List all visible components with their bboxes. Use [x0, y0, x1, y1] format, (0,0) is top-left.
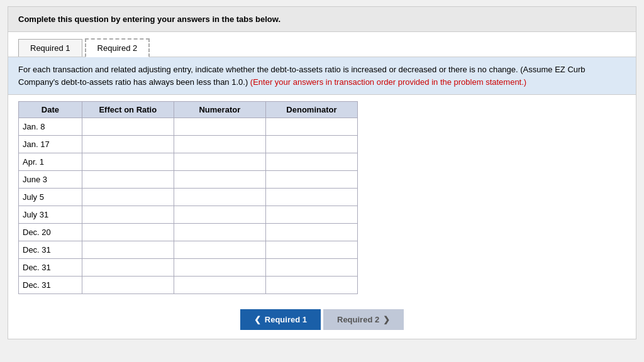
table-row: Apr. 1	[19, 153, 358, 171]
table-header-row: Date Effect on Ratio Numerator Denominat…	[19, 102, 358, 118]
input-denominator-9[interactable]	[266, 277, 357, 293]
cell-numerator-5[interactable]	[174, 206, 265, 224]
cell-effect-9[interactable]	[82, 277, 174, 294]
input-denominator-8[interactable]	[266, 259, 357, 276]
cell-denominator-1[interactable]	[265, 136, 357, 153]
input-numerator-2[interactable]	[174, 153, 265, 170]
tab-required1[interactable]: Required 1	[18, 39, 82, 57]
col-header-numerator: Numerator	[174, 102, 265, 118]
input-denominator-1[interactable]	[266, 136, 357, 153]
instruction-text: Complete this question by entering your …	[18, 14, 280, 24]
input-effect-5[interactable]	[82, 206, 174, 223]
cell-numerator-6[interactable]	[174, 224, 265, 241]
input-effect-7[interactable]	[82, 241, 174, 258]
cell-effect-0[interactable]	[82, 118, 174, 136]
cell-denominator-4[interactable]	[265, 189, 357, 206]
input-numerator-8[interactable]	[174, 259, 265, 276]
cell-denominator-6[interactable]	[265, 224, 357, 241]
input-effect-9[interactable]	[82, 277, 174, 293]
table-row: June 3	[19, 171, 358, 189]
input-denominator-7[interactable]	[266, 241, 357, 258]
tabs-area: Required 1 Required 2	[8, 32, 636, 57]
table-row: July 31	[19, 206, 358, 224]
cell-numerator-1[interactable]	[174, 136, 265, 153]
forward-button-label: Required 2	[337, 315, 379, 324]
cell-date: Dec. 31	[19, 277, 82, 294]
cell-date: Dec. 31	[19, 241, 82, 259]
input-effect-0[interactable]	[82, 118, 174, 135]
cell-denominator-5[interactable]	[265, 206, 357, 224]
col-header-effect: Effect on Ratio	[82, 102, 174, 118]
cell-effect-3[interactable]	[82, 171, 174, 189]
cell-numerator-2[interactable]	[174, 153, 265, 171]
forward-arrow-icon	[383, 315, 390, 324]
cell-numerator-7[interactable]	[174, 241, 265, 259]
input-numerator-4[interactable]	[174, 189, 265, 206]
input-numerator-1[interactable]	[174, 136, 265, 153]
input-denominator-0[interactable]	[266, 118, 357, 135]
table-row: Jan. 8	[19, 118, 358, 136]
input-effect-6[interactable]	[82, 224, 174, 241]
cell-effect-5[interactable]	[82, 206, 174, 224]
table-row: Dec. 20	[19, 224, 358, 241]
back-arrow-icon	[254, 315, 261, 324]
cell-denominator-8[interactable]	[265, 259, 357, 277]
input-numerator-9[interactable]	[174, 277, 265, 293]
data-table: Date Effect on Ratio Numerator Denominat…	[18, 101, 358, 294]
cell-effect-6[interactable]	[82, 224, 174, 241]
input-effect-2[interactable]	[82, 153, 174, 170]
forward-button[interactable]: Required 2	[323, 309, 404, 330]
back-button-label: Required 1	[265, 315, 307, 324]
cell-effect-1[interactable]	[82, 136, 174, 153]
back-button[interactable]: Required 1	[240, 309, 321, 330]
instruction-bar: Complete this question by entering your …	[8, 7, 636, 32]
table-row: Dec. 31	[19, 241, 358, 259]
tab-required2[interactable]: Required 2	[85, 38, 150, 57]
cell-effect-2[interactable]	[82, 153, 174, 171]
cell-date: Jan. 17	[19, 136, 82, 153]
input-numerator-7[interactable]	[174, 241, 265, 258]
col-header-date: Date	[19, 102, 82, 118]
cell-effect-4[interactable]	[82, 189, 174, 206]
table-row: Dec. 31	[19, 277, 358, 294]
table-row: July 5	[19, 189, 358, 206]
cell-date: June 3	[19, 171, 82, 189]
cell-effect-7[interactable]	[82, 241, 174, 259]
input-numerator-0[interactable]	[174, 118, 265, 135]
table-row: Dec. 31	[19, 259, 358, 277]
cell-numerator-8[interactable]	[174, 259, 265, 277]
description-red: (Enter your answers in transaction order…	[250, 77, 526, 87]
cell-effect-8[interactable]	[82, 259, 174, 277]
cell-numerator-3[interactable]	[174, 171, 265, 189]
input-denominator-3[interactable]	[266, 171, 357, 188]
input-denominator-2[interactable]	[266, 153, 357, 170]
cell-denominator-9[interactable]	[265, 277, 357, 294]
cell-denominator-3[interactable]	[265, 171, 357, 189]
input-numerator-6[interactable]	[174, 224, 265, 241]
cell-denominator-7[interactable]	[265, 241, 357, 259]
cell-numerator-0[interactable]	[174, 118, 265, 136]
input-effect-8[interactable]	[82, 259, 174, 276]
col-header-denominator: Denominator	[265, 102, 357, 118]
description-area: For each transaction and related adjusti…	[8, 57, 636, 95]
table-section: Date Effect on Ratio Numerator Denominat…	[8, 95, 636, 300]
table-row: Jan. 17	[19, 136, 358, 153]
cell-date: Apr. 1	[19, 153, 82, 171]
cell-numerator-9[interactable]	[174, 277, 265, 294]
cell-numerator-4[interactable]	[174, 189, 265, 206]
input-effect-4[interactable]	[82, 189, 174, 206]
input-denominator-6[interactable]	[266, 224, 357, 241]
cell-date: Dec. 31	[19, 259, 82, 277]
input-denominator-5[interactable]	[266, 206, 357, 223]
input-numerator-3[interactable]	[174, 171, 265, 188]
bottom-nav: Required 1 Required 2	[8, 300, 636, 339]
cell-date: July 31	[19, 206, 82, 224]
cell-date: July 5	[19, 189, 82, 206]
tab-required1-label: Required 1	[30, 43, 70, 53]
input-effect-3[interactable]	[82, 171, 174, 188]
input-denominator-4[interactable]	[266, 189, 357, 206]
cell-denominator-0[interactable]	[265, 118, 357, 136]
input-effect-1[interactable]	[82, 136, 174, 153]
cell-denominator-2[interactable]	[265, 153, 357, 171]
input-numerator-5[interactable]	[174, 206, 265, 223]
